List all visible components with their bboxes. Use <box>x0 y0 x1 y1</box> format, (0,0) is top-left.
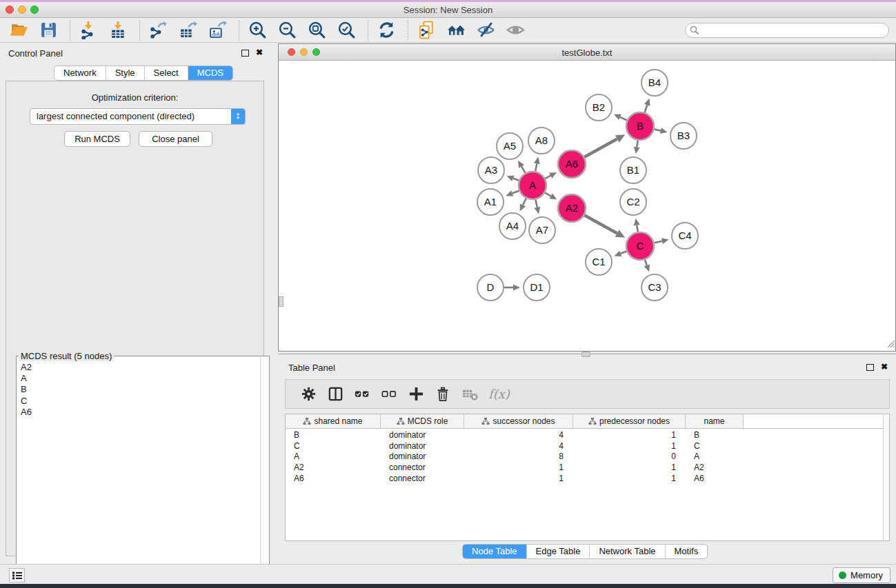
column-header-name[interactable]: name <box>686 414 744 428</box>
table-cell[interactable]: connector <box>381 463 464 474</box>
table-cell[interactable]: B <box>286 430 381 441</box>
graph-node-A6[interactable]: A6 <box>558 150 586 178</box>
zoom-selected-icon[interactable] <box>336 20 357 41</box>
tab-network[interactable]: Network <box>54 66 106 80</box>
table-row[interactable]: Cdominator41C <box>286 441 889 452</box>
float-table-panel-button[interactable] <box>866 364 874 371</box>
table-row[interactable]: Adominator80A <box>286 452 889 463</box>
network-window-titlebar[interactable]: testGlobe.txt <box>279 44 895 61</box>
close-panel-icon[interactable]: ✖ <box>256 48 263 57</box>
result-item-a2[interactable]: A2 <box>17 362 259 373</box>
settings-icon[interactable] <box>299 385 318 404</box>
window-resize-grip[interactable] <box>886 338 895 350</box>
hide-selected-icon[interactable] <box>475 20 496 41</box>
table-row[interactable]: A6connector11A6 <box>286 474 889 485</box>
graph-node-A7[interactable]: A7 <box>529 217 555 243</box>
delete-column-icon[interactable] <box>433 385 452 404</box>
table-cell[interactable]: dominator <box>381 452 464 463</box>
save-session-icon[interactable] <box>38 20 59 41</box>
tab-style[interactable]: Style <box>106 66 144 80</box>
tab-edge-table[interactable]: Edge Table <box>526 545 590 558</box>
graph-node-A4[interactable]: A4 <box>499 213 526 239</box>
table-cell[interactable]: A <box>686 452 744 463</box>
memory-button[interactable]: Memory <box>833 567 890 583</box>
criterion-select[interactable]: largest connected component (directed) ▲… <box>30 108 246 125</box>
graph-node-D1[interactable]: D1 <box>524 274 550 301</box>
zoom-out-icon[interactable] <box>277 20 297 41</box>
table-cell[interactable]: 1 <box>573 441 686 452</box>
table-cell[interactable]: 0 <box>573 452 686 463</box>
open-session-icon[interactable] <box>8 20 29 41</box>
graph-node-C3[interactable]: C3 <box>641 274 668 301</box>
result-item-b[interactable]: B <box>17 384 259 395</box>
table-cell[interactable]: 1 <box>573 430 686 441</box>
refresh-view-icon[interactable] <box>376 20 397 41</box>
table-scrollbar[interactable] <box>883 414 889 540</box>
run-mcds-button[interactable]: Run MCDS <box>64 131 130 147</box>
deselect-all-icon[interactable] <box>379 385 399 404</box>
graph-node-A2[interactable]: A2 <box>558 194 586 222</box>
result-item-a[interactable]: A <box>17 373 259 384</box>
table-row[interactable]: Bdominator41B <box>286 430 889 441</box>
graph-node-A5[interactable]: A5 <box>497 133 523 159</box>
export-network-icon[interactable] <box>148 20 168 41</box>
search-input[interactable] <box>685 23 889 38</box>
first-neighbors-icon[interactable] <box>446 20 466 41</box>
graph-node-A3[interactable]: A3 <box>478 157 504 183</box>
table-cell[interactable]: C <box>286 441 381 452</box>
table-cell[interactable]: 1 <box>464 463 573 474</box>
tab-mcds[interactable]: MCDS <box>188 66 232 80</box>
table-cell[interactable]: A6 <box>286 474 381 485</box>
column-header-shared-name[interactable]: shared name <box>286 414 381 428</box>
table-cell[interactable]: A <box>286 452 381 463</box>
graph-node-B[interactable]: B <box>626 112 654 140</box>
table-cell[interactable]: dominator <box>381 441 464 452</box>
add-column-icon[interactable] <box>406 385 426 404</box>
table-row[interactable]: A2connector11A2 <box>286 463 889 474</box>
table-cell[interactable]: A2 <box>286 463 381 474</box>
select-all-icon[interactable] <box>352 385 372 404</box>
table-cell[interactable]: 1 <box>573 463 686 474</box>
canvas-vertical-scroll-thumb[interactable] <box>279 296 283 307</box>
column-header-mcds-role[interactable]: MCDS role <box>381 414 464 428</box>
column-header-predecessor-nodes[interactable]: predecessor nodes <box>573 414 686 428</box>
graph-node-A8[interactable]: A8 <box>528 128 555 154</box>
zoom-in-icon[interactable] <box>247 20 268 41</box>
table-cell[interactable]: C <box>686 441 744 452</box>
result-item-a6[interactable]: A6 <box>17 407 259 418</box>
table-cell[interactable]: 1 <box>464 474 573 485</box>
graph-node-A[interactable]: A <box>519 172 546 199</box>
result-item-c[interactable]: C <box>17 396 259 407</box>
table-cell[interactable]: A6 <box>686 474 744 485</box>
close-table-panel-icon[interactable]: ✖ <box>881 362 888 372</box>
graph-node-A1[interactable]: A1 <box>477 189 504 215</box>
table-cell[interactable]: 1 <box>573 474 686 485</box>
tab-network-table[interactable]: Network Table <box>589 545 664 558</box>
show-all-icon[interactable] <box>505 20 526 41</box>
graph-node-B1[interactable]: B1 <box>620 157 646 183</box>
result-scrollbar[interactable] <box>260 357 268 588</box>
delete-table-icon[interactable] <box>460 385 479 404</box>
export-image-icon[interactable] <box>207 20 228 41</box>
close-panel-button[interactable]: Close panel <box>139 131 212 147</box>
table-cell[interactable]: dominator <box>381 430 464 441</box>
table-cell[interactable]: A2 <box>686 463 744 474</box>
table-cell[interactable]: 4 <box>464 430 573 441</box>
network-canvas[interactable]: B4B2BB3A8A5A6B1A3AC2A1A2A4A7C4CC1C3DD1 <box>279 61 895 351</box>
graph-node-C4[interactable]: C4 <box>672 223 698 249</box>
graph-node-C[interactable]: C <box>626 232 654 260</box>
table-cell[interactable]: 4 <box>464 441 573 452</box>
table-cell[interactable]: 8 <box>464 452 573 463</box>
graph-node-B4[interactable]: B4 <box>641 70 668 96</box>
split-panel-icon[interactable] <box>326 385 345 404</box>
zoom-fit-content-icon[interactable] <box>306 20 327 41</box>
task-history-button[interactable] <box>9 568 25 582</box>
graph-node-B2[interactable]: B2 <box>586 94 612 121</box>
clone-network-icon[interactable] <box>416 20 437 41</box>
graph-node-D[interactable]: D <box>477 274 504 301</box>
panel-splitter-handle[interactable] <box>581 352 590 357</box>
graph-node-C2[interactable]: C2 <box>620 189 646 215</box>
tab-select[interactable]: Select <box>144 66 188 80</box>
export-table-icon[interactable] <box>177 20 198 41</box>
import-table-icon[interactable] <box>108 20 128 41</box>
